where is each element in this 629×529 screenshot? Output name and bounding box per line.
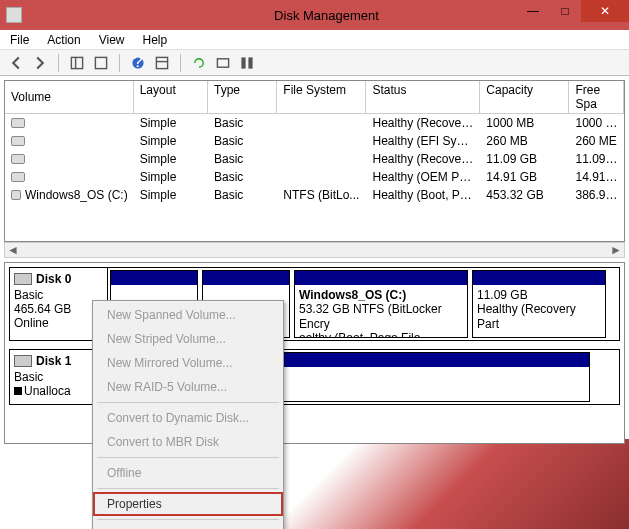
cell-type: Basic: [208, 115, 277, 131]
disk-label: Disk 1: [36, 354, 71, 368]
volume-name: Windows8_OS (C:): [25, 188, 128, 202]
volume-icon: [11, 136, 25, 146]
disk-drive-icon: [14, 273, 32, 285]
cell-capacity: 260 MB: [480, 133, 569, 149]
menu-view[interactable]: View: [99, 33, 125, 47]
menu-item-new-spanned-volume: New Spanned Volume...: [93, 303, 283, 327]
partition-line2: Healthy (Recovery Part: [477, 302, 576, 330]
col-type[interactable]: Type: [208, 81, 277, 113]
cell-capacity: 1000 MB: [480, 115, 569, 131]
col-capacity[interactable]: Capacity: [480, 81, 569, 113]
cell-layout: Simple: [134, 187, 208, 203]
cell-free: 14.91 GE: [569, 169, 624, 185]
volume-icon: [11, 154, 25, 164]
settings-icon[interactable]: [91, 53, 111, 73]
table-row[interactable]: SimpleBasicHealthy (Recovery...11.09 GB1…: [5, 150, 624, 168]
menu-item-properties[interactable]: Properties: [93, 492, 283, 516]
disk-status: Unalloca: [14, 384, 103, 398]
cell-free: 386.98 G: [569, 187, 624, 203]
cell-layout: Simple: [134, 169, 208, 185]
partition[interactable]: Windows8_OS (C:)53.32 GB NTFS (BitLocker…: [294, 270, 468, 338]
cell-fs: [277, 158, 366, 160]
refresh-icon[interactable]: [189, 53, 209, 73]
partition-line1: 11.09 GB: [477, 288, 528, 302]
table-row[interactable]: SimpleBasicHealthy (OEM Par...14.91 GB14…: [5, 168, 624, 186]
menu-bar: File Action View Help: [0, 30, 629, 50]
back-icon[interactable]: [6, 53, 26, 73]
table-row[interactable]: Windows8_OS (C:)SimpleBasicNTFS (BitLo..…: [5, 186, 624, 204]
cell-type: Basic: [208, 187, 277, 203]
volume-rows: SimpleBasicHealthy (Recovery...1000 MB10…: [5, 114, 624, 204]
partition-bar: [295, 271, 467, 285]
col-volume[interactable]: Volume: [5, 81, 134, 113]
table-row[interactable]: SimpleBasicHealthy (Recovery...1000 MB10…: [5, 114, 624, 132]
col-layout[interactable]: Layout: [134, 81, 208, 113]
partition-bar: [473, 271, 605, 285]
cell-capacity: 14.91 GB: [480, 169, 569, 185]
toolbar-separator: [119, 54, 120, 72]
app-icon: [6, 7, 22, 23]
svg-rect-2: [95, 57, 106, 68]
disk-type: Basic: [14, 370, 103, 384]
menu-separator: [97, 457, 279, 458]
maximize-button[interactable]: □: [549, 0, 581, 22]
horizontal-scrollbar[interactable]: ◄►: [4, 242, 625, 258]
table-row[interactable]: SimpleBasicHealthy (EFI Syste...260 MB26…: [5, 132, 624, 150]
cell-free: 260 ME: [569, 133, 624, 149]
cell-fs: [277, 122, 366, 124]
menu-file[interactable]: File: [10, 33, 29, 47]
scroll-right-icon[interactable]: ►: [610, 244, 622, 256]
help-icon[interactable]: ?: [128, 53, 148, 73]
menu-item-help[interactable]: Help: [93, 523, 283, 529]
cell-status: Healthy (EFI Syste...: [366, 133, 480, 149]
disk-type: Basic: [14, 288, 103, 302]
partition-line1: 53.32 GB NTFS (BitLocker Encry: [299, 302, 442, 330]
svg-text:?: ?: [133, 56, 142, 70]
disk-label: Disk 0: [36, 272, 71, 286]
toolbar-separator: [180, 54, 181, 72]
cell-layout: Simple: [134, 151, 208, 167]
volume-icon: [11, 172, 25, 182]
detail-icon[interactable]: [213, 53, 233, 73]
menu-action[interactable]: Action: [47, 33, 80, 47]
show-hide-icon[interactable]: [67, 53, 87, 73]
col-free[interactable]: Free Spa: [569, 81, 624, 113]
cell-type: Basic: [208, 169, 277, 185]
toolbar-separator: [58, 54, 59, 72]
scroll-left-icon[interactable]: ◄: [7, 244, 19, 256]
col-status[interactable]: Status: [366, 81, 480, 113]
menu-item-offline: Offline: [93, 461, 283, 485]
cell-fs: [277, 176, 366, 178]
partition[interactable]: 11.09 GBHealthy (Recovery Part: [472, 270, 606, 338]
disk-status: Online: [14, 316, 103, 330]
cell-free: 1000 ME: [569, 115, 624, 131]
cell-type: Basic: [208, 133, 277, 149]
menu-item-new-raid-5-volume: New RAID-5 Volume...: [93, 375, 283, 399]
menu-item-convert-to-dynamic-disk: Convert to Dynamic Disk...: [93, 406, 283, 430]
partition-bar: [111, 271, 197, 285]
action-list-icon[interactable]: [152, 53, 172, 73]
col-filesystem[interactable]: File System: [277, 81, 366, 113]
partition-line2: ealthy (Boot, Page File, Primary: [299, 331, 424, 337]
cell-layout: Simple: [134, 133, 208, 149]
cell-status: Healthy (OEM Par...: [366, 169, 480, 185]
minimize-button[interactable]: —: [517, 0, 549, 22]
cell-capacity: 453.32 GB: [480, 187, 569, 203]
title-bar: Disk Management — □ ✕: [0, 0, 629, 30]
menu-item-new-striped-volume: New Striped Volume...: [93, 327, 283, 351]
partition-title: Windows8_OS (C:): [299, 288, 406, 302]
partition-bar: [203, 271, 289, 285]
cell-fs: NTFS (BitLo...: [277, 187, 366, 203]
cell-status: Healthy (Recovery...: [366, 115, 480, 131]
disk-drive-icon: [14, 355, 32, 367]
extra-icon[interactable]: [237, 53, 257, 73]
volume-icon: [11, 190, 21, 200]
close-button[interactable]: ✕: [581, 0, 629, 22]
forward-icon[interactable]: [30, 53, 50, 73]
svg-rect-5: [156, 57, 167, 68]
svg-rect-8: [241, 57, 245, 68]
menu-separator: [97, 519, 279, 520]
menu-help[interactable]: Help: [143, 33, 168, 47]
context-menu: New Spanned Volume...New Striped Volume.…: [92, 300, 284, 529]
menu-item-new-mirrored-volume: New Mirrored Volume...: [93, 351, 283, 375]
